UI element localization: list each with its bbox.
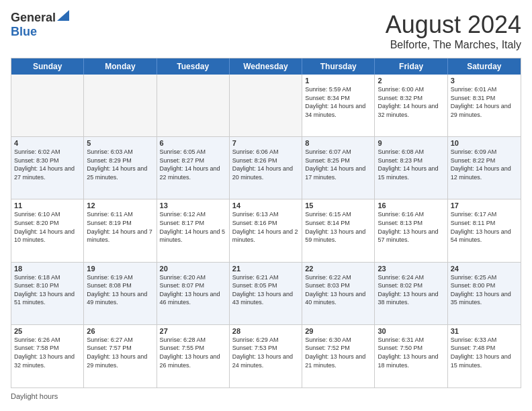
day-info: Sunrise: 6:10 AM Sunset: 8:20 PM Dayligh…	[14, 210, 81, 244]
day-info: Sunrise: 6:26 AM Sunset: 7:58 PM Dayligh…	[14, 336, 81, 369]
day-number: 20	[160, 265, 226, 273]
day-number: 1	[305, 77, 371, 85]
day-info: Sunrise: 6:05 AM Sunset: 8:27 PM Dayligh…	[160, 148, 226, 181]
cal-cell: 16Sunrise: 6:16 AM Sunset: 8:13 PM Dayli…	[375, 199, 447, 261]
cal-cell: 5Sunrise: 6:03 AM Sunset: 8:29 PM Daylig…	[84, 137, 157, 199]
logo: General Blue	[11, 11, 69, 39]
cal-cell: 7Sunrise: 6:06 AM Sunset: 8:26 PM Daylig…	[230, 137, 302, 199]
page: General Blue August 2024 Belforte, The M…	[0, 0, 532, 411]
day-info: Sunrise: 6:08 AM Sunset: 8:23 PM Dayligh…	[378, 148, 444, 181]
cal-cell: 11Sunrise: 6:10 AM Sunset: 8:20 PM Dayli…	[11, 199, 84, 261]
day-info: Sunrise: 6:33 AM Sunset: 7:48 PM Dayligh…	[451, 336, 518, 369]
day-info: Sunrise: 6:24 AM Sunset: 8:02 PM Dayligh…	[378, 273, 444, 307]
cal-cell: 8Sunrise: 6:07 AM Sunset: 8:25 PM Daylig…	[302, 137, 375, 199]
cal-header-day: Monday	[84, 58, 157, 75]
cal-cell: 19Sunrise: 6:19 AM Sunset: 8:08 PM Dayli…	[84, 263, 157, 324]
calendar-row: 25Sunrise: 6:26 AM Sunset: 7:58 PM Dayli…	[11, 325, 521, 387]
cal-header-day: Thursday	[302, 58, 375, 75]
cal-header-day: Saturday	[448, 58, 521, 75]
day-info: Sunrise: 6:20 AM Sunset: 8:07 PM Dayligh…	[160, 273, 226, 307]
cal-cell: 18Sunrise: 6:18 AM Sunset: 8:10 PM Dayli…	[11, 263, 84, 324]
cal-header-day: Friday	[375, 58, 447, 75]
day-number: 7	[232, 139, 299, 147]
calendar: SundayMondayTuesdayWednesdayThursdayFrid…	[11, 58, 521, 388]
cal-cell: 10Sunrise: 6:09 AM Sunset: 8:22 PM Dayli…	[448, 137, 521, 199]
day-number: 15	[305, 201, 371, 210]
day-info: Sunrise: 6:28 AM Sunset: 7:55 PM Dayligh…	[160, 336, 226, 369]
cal-header-day: Sunday	[11, 58, 84, 75]
cal-cell: 31Sunrise: 6:33 AM Sunset: 7:48 PM Dayli…	[448, 325, 521, 387]
day-number: 9	[378, 139, 444, 147]
logo-general: General	[11, 11, 56, 25]
footer: Daylight hours	[11, 392, 521, 400]
day-number: 19	[87, 265, 153, 273]
header: General Blue August 2024 Belforte, The M…	[11, 11, 521, 51]
cal-cell: 22Sunrise: 6:22 AM Sunset: 8:03 PM Dayli…	[302, 263, 375, 324]
cal-cell: 21Sunrise: 6:21 AM Sunset: 8:05 PM Dayli…	[230, 263, 302, 324]
day-number: 17	[451, 201, 518, 210]
day-number: 27	[160, 327, 226, 335]
cal-cell: 12Sunrise: 6:11 AM Sunset: 8:19 PM Dayli…	[84, 199, 157, 261]
cal-header-day: Wednesday	[230, 58, 302, 75]
cal-cell: 3Sunrise: 6:01 AM Sunset: 8:31 PM Daylig…	[448, 75, 521, 136]
day-info: Sunrise: 6:02 AM Sunset: 8:30 PM Dayligh…	[14, 148, 81, 181]
day-info: Sunrise: 6:22 AM Sunset: 8:03 PM Dayligh…	[305, 273, 371, 307]
day-info: Sunrise: 5:59 AM Sunset: 8:34 PM Dayligh…	[305, 85, 371, 119]
cal-cell-empty	[230, 75, 302, 136]
cal-header-day: Tuesday	[157, 58, 230, 75]
cal-cell: 27Sunrise: 6:28 AM Sunset: 7:55 PM Dayli…	[157, 325, 230, 387]
day-info: Sunrise: 6:12 AM Sunset: 8:17 PM Dayligh…	[160, 210, 226, 244]
cal-cell: 29Sunrise: 6:30 AM Sunset: 7:52 PM Dayli…	[302, 325, 375, 387]
day-info: Sunrise: 6:31 AM Sunset: 7:50 PM Dayligh…	[378, 336, 444, 369]
day-number: 21	[232, 265, 299, 273]
calendar-row: 1Sunrise: 5:59 AM Sunset: 8:34 PM Daylig…	[11, 75, 521, 137]
cal-cell-empty	[11, 75, 84, 136]
calendar-row: 11Sunrise: 6:10 AM Sunset: 8:20 PM Dayli…	[11, 199, 521, 262]
day-number: 23	[378, 265, 444, 273]
calendar-row: 4Sunrise: 6:02 AM Sunset: 8:30 PM Daylig…	[11, 137, 521, 199]
day-number: 6	[160, 139, 226, 147]
day-number: 3	[451, 77, 518, 85]
day-number: 14	[232, 201, 299, 210]
title-location: Belforte, The Marches, Italy	[386, 39, 521, 51]
day-info: Sunrise: 6:29 AM Sunset: 7:53 PM Dayligh…	[232, 336, 299, 369]
cal-cell: 2Sunrise: 6:00 AM Sunset: 8:32 PM Daylig…	[375, 75, 447, 136]
day-info: Sunrise: 6:13 AM Sunset: 8:16 PM Dayligh…	[232, 210, 299, 244]
cal-cell: 17Sunrise: 6:17 AM Sunset: 8:11 PM Dayli…	[448, 199, 521, 261]
day-info: Sunrise: 6:17 AM Sunset: 8:11 PM Dayligh…	[451, 210, 518, 244]
cal-cell: 25Sunrise: 6:26 AM Sunset: 7:58 PM Dayli…	[11, 325, 84, 387]
day-info: Sunrise: 6:15 AM Sunset: 8:14 PM Dayligh…	[305, 210, 371, 244]
cal-cell: 30Sunrise: 6:31 AM Sunset: 7:50 PM Dayli…	[375, 325, 447, 387]
day-number: 10	[451, 139, 518, 147]
day-number: 4	[14, 139, 81, 147]
day-info: Sunrise: 6:16 AM Sunset: 8:13 PM Dayligh…	[378, 210, 444, 244]
day-number: 12	[87, 201, 153, 210]
day-number: 29	[305, 327, 371, 335]
day-number: 16	[378, 201, 444, 210]
day-info: Sunrise: 6:11 AM Sunset: 8:19 PM Dayligh…	[87, 210, 153, 244]
calendar-body: 1Sunrise: 5:59 AM Sunset: 8:34 PM Daylig…	[11, 75, 521, 387]
day-number: 26	[87, 327, 153, 335]
cal-cell-empty	[84, 75, 157, 136]
day-number: 13	[160, 201, 226, 210]
cal-cell: 28Sunrise: 6:29 AM Sunset: 7:53 PM Dayli…	[230, 325, 302, 387]
day-info: Sunrise: 6:25 AM Sunset: 8:00 PM Dayligh…	[451, 273, 518, 307]
day-number: 31	[451, 327, 518, 335]
day-info: Sunrise: 6:00 AM Sunset: 8:32 PM Dayligh…	[378, 85, 444, 119]
cal-cell: 20Sunrise: 6:20 AM Sunset: 8:07 PM Dayli…	[157, 263, 230, 324]
day-info: Sunrise: 6:18 AM Sunset: 8:10 PM Dayligh…	[14, 273, 81, 307]
logo-triangle-icon	[57, 10, 69, 21]
cal-cell: 24Sunrise: 6:25 AM Sunset: 8:00 PM Dayli…	[448, 263, 521, 324]
day-number: 25	[14, 327, 81, 335]
day-number: 28	[232, 327, 299, 335]
day-number: 5	[87, 139, 153, 147]
cal-cell: 1Sunrise: 5:59 AM Sunset: 8:34 PM Daylig…	[302, 75, 375, 136]
day-info: Sunrise: 6:09 AM Sunset: 8:22 PM Dayligh…	[451, 148, 518, 181]
day-info: Sunrise: 6:07 AM Sunset: 8:25 PM Dayligh…	[305, 148, 371, 181]
day-number: 11	[14, 201, 81, 210]
footer-label: Daylight hours	[11, 392, 58, 400]
cal-cell: 14Sunrise: 6:13 AM Sunset: 8:16 PM Dayli…	[230, 199, 302, 261]
day-info: Sunrise: 6:21 AM Sunset: 8:05 PM Dayligh…	[232, 273, 299, 307]
cal-cell-empty	[157, 75, 230, 136]
day-number: 2	[378, 77, 444, 85]
